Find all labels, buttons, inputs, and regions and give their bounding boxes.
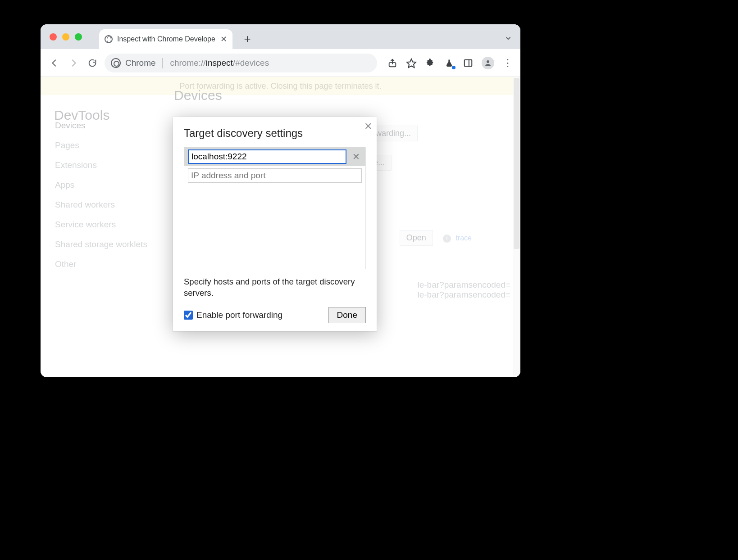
devices-heading: Devices [174, 88, 512, 103]
globe-icon [105, 35, 113, 43]
sidebar-item-other[interactable]: Other [50, 254, 163, 274]
tab-close-icon[interactable]: ✕ [220, 34, 227, 44]
target-input-0[interactable] [188, 149, 346, 164]
address-prefix: Chrome [125, 58, 156, 68]
browser-window: Inspect with Chrome Develope ✕ + Chrome … [41, 24, 520, 377]
new-tab-button[interactable]: + [238, 29, 257, 48]
sidebar-item-extensions[interactable]: Extensions [50, 155, 163, 175]
enable-port-forwarding-checkbox[interactable]: Enable port forwarding [184, 310, 282, 320]
address-bar[interactable]: Chrome │ chrome://inspect/#devices [105, 54, 377, 72]
window-controls [50, 33, 82, 41]
target-row-empty [184, 166, 365, 185]
browser-tab[interactable]: Inspect with Chrome Develope ✕ [99, 29, 232, 49]
tab-title: Inspect with Chrome Develope [117, 35, 216, 43]
trace-link[interactable]: trace [456, 234, 472, 242]
menu-icon[interactable]: ⋮ [502, 58, 513, 68]
svg-point-4 [487, 60, 489, 63]
side-panel-icon[interactable] [463, 58, 474, 68]
address-separator: │ [160, 58, 166, 68]
scrollbar-thumb[interactable] [514, 78, 519, 249]
dialog-close-icon[interactable]: ✕ [364, 121, 372, 132]
sidebar-item-service-workers[interactable]: Service workers [50, 215, 163, 235]
dialog-description: Specify hosts and ports of the target di… [184, 276, 366, 299]
sidebar-item-shared-storage-worklets[interactable]: Shared storage worklets [50, 235, 163, 254]
svg-rect-2 [465, 59, 472, 66]
target-row-active: ✕ [184, 147, 365, 166]
scrollbar-track [513, 77, 520, 377]
done-button[interactable]: Done [328, 307, 366, 323]
target-discovery-dialog: ✕ Target discovery settings ✕ Specify ho… [173, 117, 377, 331]
sidebar: Devices Pages Extensions Apps Shared wor… [50, 116, 163, 274]
svg-marker-1 [407, 59, 416, 68]
bookmark-star-icon[interactable] [406, 58, 417, 68]
tabs-dropdown-icon[interactable] [504, 34, 512, 45]
extensions-icon[interactable] [425, 58, 436, 68]
dialog-title: Target discovery settings [184, 127, 366, 140]
toolbar-right-icons: ⋮ [387, 57, 513, 69]
info-icon: i [443, 235, 451, 243]
sidebar-item-devices[interactable]: Devices [50, 116, 163, 135]
address-path: chrome://inspect/#devices [170, 58, 269, 68]
title-bar: Inspect with Chrome Develope ✕ + [41, 24, 520, 49]
sidebar-item-pages[interactable]: Pages [50, 135, 163, 155]
toolbar: Chrome │ chrome://inspect/#devices [41, 49, 520, 77]
checkbox-label: Enable port forwarding [196, 310, 282, 320]
target-input-1[interactable] [188, 168, 362, 183]
experiments-flask-icon[interactable] [444, 58, 455, 68]
close-window-icon[interactable] [50, 33, 57, 41]
reload-button[interactable] [86, 56, 99, 70]
notification-dot-icon [452, 66, 456, 69]
maximize-window-icon[interactable] [75, 33, 82, 41]
profile-avatar-icon[interactable] [482, 57, 494, 69]
minimize-window-icon[interactable] [62, 33, 69, 41]
share-icon[interactable] [387, 58, 398, 68]
target-rows: ✕ [184, 147, 366, 269]
sidebar-item-shared-workers[interactable]: Shared workers [50, 195, 163, 215]
remove-row-icon[interactable]: ✕ [350, 151, 362, 162]
open-button[interactable]: Open [400, 230, 433, 246]
forward-button[interactable] [67, 56, 80, 70]
chrome-icon [111, 58, 121, 68]
checkbox-input[interactable] [184, 311, 193, 320]
sidebar-item-apps[interactable]: Apps [50, 175, 163, 195]
back-button[interactable] [48, 56, 61, 70]
